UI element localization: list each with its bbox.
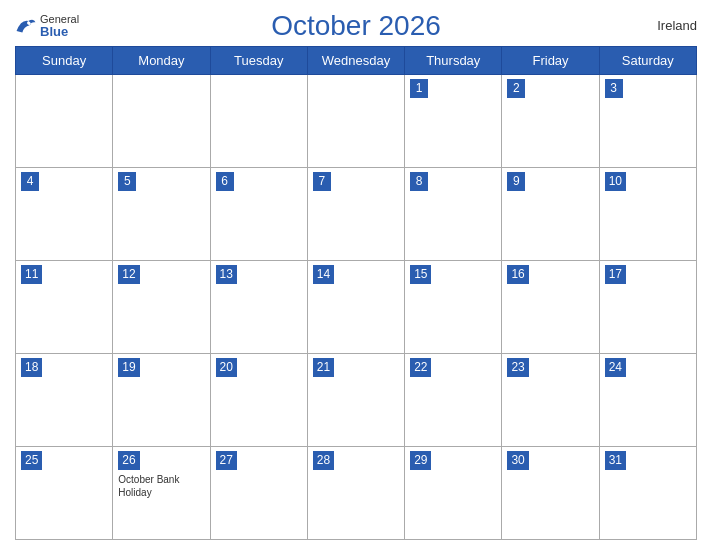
calendar-day-cell: 23	[502, 354, 599, 447]
day-number: 2	[507, 79, 525, 98]
calendar-day-cell: 13	[210, 261, 307, 354]
calendar-day-cell: 25	[16, 447, 113, 540]
calendar-day-cell: 30	[502, 447, 599, 540]
day-number: 3	[605, 79, 623, 98]
calendar-day-cell	[113, 75, 210, 168]
day-number: 6	[216, 172, 234, 191]
day-of-week-header: Monday	[113, 47, 210, 75]
day-number: 24	[605, 358, 626, 377]
calendar-day-cell: 8	[405, 168, 502, 261]
calendar-day-cell: 14	[307, 261, 404, 354]
logo-bird-icon	[15, 18, 37, 34]
day-number: 1	[410, 79, 428, 98]
logo: General Blue	[15, 13, 79, 39]
calendar-week-row: 18192021222324	[16, 354, 697, 447]
calendar-day-cell: 15	[405, 261, 502, 354]
day-number: 13	[216, 265, 237, 284]
day-number: 25	[21, 451, 42, 470]
calendar-day-cell: 10	[599, 168, 696, 261]
calendar-header-row: SundayMondayTuesdayWednesdayThursdayFrid…	[16, 47, 697, 75]
day-number: 29	[410, 451, 431, 470]
day-of-week-header: Tuesday	[210, 47, 307, 75]
day-number: 14	[313, 265, 334, 284]
calendar-day-cell: 16	[502, 261, 599, 354]
calendar-day-cell: 19	[113, 354, 210, 447]
day-of-week-header: Thursday	[405, 47, 502, 75]
calendar-table: SundayMondayTuesdayWednesdayThursdayFrid…	[15, 46, 697, 540]
calendar-day-cell: 28	[307, 447, 404, 540]
calendar-day-cell: 20	[210, 354, 307, 447]
day-number: 31	[605, 451, 626, 470]
calendar-day-cell: 17	[599, 261, 696, 354]
page-title: October 2026	[271, 10, 441, 42]
day-number: 18	[21, 358, 42, 377]
calendar-day-cell: 11	[16, 261, 113, 354]
calendar-day-cell: 22	[405, 354, 502, 447]
calendar-week-row: 2526October Bank Holiday2728293031	[16, 447, 697, 540]
day-number: 8	[410, 172, 428, 191]
calendar-day-cell: 12	[113, 261, 210, 354]
logo-blue-text: Blue	[40, 25, 68, 39]
calendar-day-cell: 29	[405, 447, 502, 540]
day-number: 11	[21, 265, 42, 284]
day-number: 20	[216, 358, 237, 377]
calendar-day-cell: 2	[502, 75, 599, 168]
calendar-day-cell: 4	[16, 168, 113, 261]
calendar-day-cell: 9	[502, 168, 599, 261]
calendar-header: General Blue October 2026 Ireland	[15, 10, 697, 42]
calendar-day-cell: 7	[307, 168, 404, 261]
day-number: 21	[313, 358, 334, 377]
calendar-day-cell: 27	[210, 447, 307, 540]
day-number: 9	[507, 172, 525, 191]
day-number: 15	[410, 265, 431, 284]
day-of-week-header: Wednesday	[307, 47, 404, 75]
day-number: 19	[118, 358, 139, 377]
calendar-week-row: 123	[16, 75, 697, 168]
day-number: 26	[118, 451, 139, 470]
calendar-day-cell	[307, 75, 404, 168]
day-number: 4	[21, 172, 39, 191]
calendar-day-cell: 24	[599, 354, 696, 447]
calendar-day-cell	[210, 75, 307, 168]
calendar-day-cell: 21	[307, 354, 404, 447]
calendar-day-cell: 6	[210, 168, 307, 261]
calendar-day-cell: 1	[405, 75, 502, 168]
calendar-day-cell: 26October Bank Holiday	[113, 447, 210, 540]
day-of-week-header: Saturday	[599, 47, 696, 75]
day-number: 27	[216, 451, 237, 470]
calendar-event: October Bank Holiday	[118, 473, 204, 499]
day-of-week-header: Friday	[502, 47, 599, 75]
day-number: 23	[507, 358, 528, 377]
day-of-week-header: Sunday	[16, 47, 113, 75]
day-number: 5	[118, 172, 136, 191]
day-number: 16	[507, 265, 528, 284]
day-number: 7	[313, 172, 331, 191]
day-number: 12	[118, 265, 139, 284]
calendar-day-cell: 3	[599, 75, 696, 168]
day-number: 17	[605, 265, 626, 284]
calendar-day-cell: 18	[16, 354, 113, 447]
calendar-day-cell: 31	[599, 447, 696, 540]
day-number: 28	[313, 451, 334, 470]
day-number: 30	[507, 451, 528, 470]
calendar-week-row: 11121314151617	[16, 261, 697, 354]
calendar-week-row: 45678910	[16, 168, 697, 261]
day-number: 10	[605, 172, 626, 191]
day-number: 22	[410, 358, 431, 377]
calendar-day-cell: 5	[113, 168, 210, 261]
country-label: Ireland	[657, 18, 697, 33]
calendar-day-cell	[16, 75, 113, 168]
